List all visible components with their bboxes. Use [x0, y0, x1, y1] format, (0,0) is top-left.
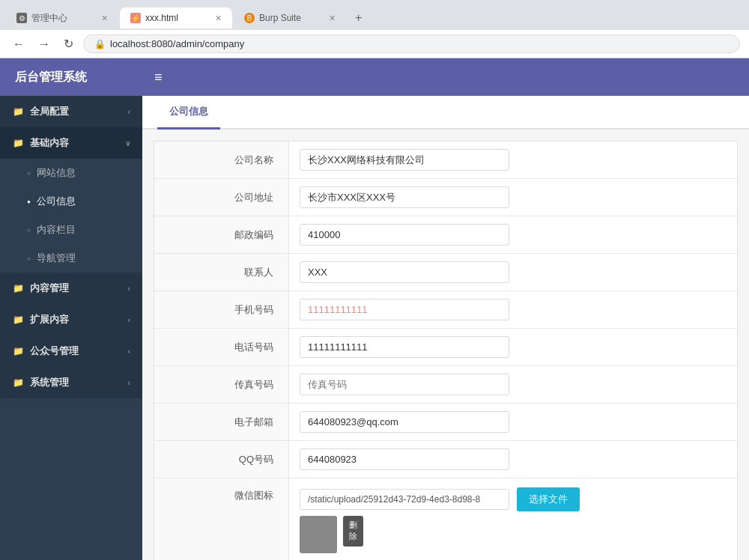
wechat-delete-button[interactable]: 删除: [343, 516, 363, 547]
chevron-wechat: ‹: [128, 347, 130, 356]
input-fax[interactable]: [300, 374, 509, 395]
input-email[interactable]: [300, 411, 509, 433]
value-contact: [289, 254, 737, 290]
menu-toggle-button[interactable]: ≡: [142, 58, 175, 96]
tab-close-xxx[interactable]: ✕: [215, 13, 222, 23]
tab-favicon-admin: ⚙: [16, 13, 27, 23]
tab-close-burp[interactable]: ✕: [329, 13, 336, 23]
input-qq[interactable]: [300, 448, 509, 470]
lock-icon: 🔒: [94, 39, 106, 49]
sidebar-item-wechat-manage[interactable]: 📁 公众号管理 ‹: [0, 335, 142, 367]
sidebar-label-nav-manage: 导航管理: [37, 252, 76, 265]
app-container: 后台管理系统 ≡ 📁 全局配置 ‹ 📁 基础内容 ∨ ○ 网站信息: [0, 58, 749, 560]
browser-window: ⚙ 管理中心 ✕ ⚡ xxx.html ✕ B Burp Suite ✕ + ←…: [0, 0, 749, 560]
tab-close-admin[interactable]: ✕: [101, 13, 108, 23]
content-tab-bar: 公司信息: [142, 96, 749, 130]
value-postal-code: [289, 216, 737, 253]
tab-favicon-burp: B: [244, 13, 255, 23]
input-contact[interactable]: [300, 261, 509, 283]
folder-icon-content: 📁: [12, 283, 24, 293]
sidebar-item-extend-content[interactable]: 📁 扩展内容 ‹: [0, 304, 142, 335]
input-postal-code[interactable]: [300, 224, 509, 246]
sidebar-item-company-info[interactable]: ● 公司信息: [0, 187, 142, 216]
tab-label-burp: Burp Suite: [259, 13, 301, 23]
wechat-select-file-button[interactable]: 选择文件: [517, 487, 580, 511]
company-info-form: 公司名称 公司地址 邮政编码: [154, 141, 738, 560]
tab-admin[interactable]: ⚙ 管理中心 ✕: [6, 7, 118, 30]
tab-favicon-xxx: ⚡: [130, 13, 141, 23]
app-logo: 后台管理系统: [0, 58, 142, 96]
value-phone: [289, 329, 737, 365]
sidebar-label-global-config: 全局配置: [30, 105, 69, 118]
sidebar-label-wechat-manage: 公众号管理: [30, 344, 79, 358]
sidebar-label-content-column: 内容栏目: [37, 223, 76, 237]
input-phone[interactable]: [300, 336, 509, 358]
sidebar-item-site-info[interactable]: ○ 网站信息: [0, 159, 142, 187]
label-email: 电子邮箱: [154, 404, 289, 440]
tab-bar: ⚙ 管理中心 ✕ ⚡ xxx.html ✕ B Burp Suite ✕ +: [0, 0, 749, 30]
sidebar-item-global-config[interactable]: 📁 全局配置 ‹: [0, 96, 142, 127]
label-phone: 电话号码: [154, 329, 289, 365]
sidebar-item-content-manage[interactable]: 📁 内容管理 ‹: [0, 273, 142, 304]
tab-xxx[interactable]: ⚡ xxx.html ✕: [120, 7, 232, 28]
url-text: localhost:8080/admin/company: [110, 38, 244, 49]
folder-icon-system: 📁: [12, 377, 24, 388]
tab-label-xxx: xxx.html: [145, 13, 178, 23]
label-qq: QQ号码: [154, 441, 289, 478]
sidebar-label-company-info: 公司信息: [37, 195, 76, 208]
chevron-system: ‹: [128, 379, 130, 387]
form-row-company-address: 公司地址: [154, 179, 737, 216]
sidebar-label-content-manage: 内容管理: [30, 281, 69, 295]
sidebar-label-basic-content: 基础内容: [30, 136, 69, 150]
reload-button[interactable]: ↻: [60, 35, 77, 52]
value-email: [289, 404, 737, 440]
dot-icon-nav: ○: [27, 255, 31, 262]
value-qq: [289, 441, 737, 478]
sidebar-label-system-manage: 系统管理: [30, 376, 69, 389]
label-postal-code: 邮政编码: [154, 216, 289, 253]
tab-burp[interactable]: B Burp Suite ✕: [234, 7, 346, 28]
sidebar-label-site-info: 网站信息: [37, 166, 76, 180]
value-mobile: [289, 291, 737, 328]
label-wechat-icon: 微信图标: [154, 478, 289, 560]
sidebar-item-basic-content[interactable]: 📁 基础内容 ∨: [0, 127, 142, 159]
form-row-qq: QQ号码: [154, 441, 737, 478]
url-bar[interactable]: 🔒 localhost:8080/admin/company: [83, 34, 740, 53]
folder-icon-global: 📁: [12, 106, 24, 117]
sidebar: 📁 全局配置 ‹ 📁 基础内容 ∨ ○ 网站信息 ● 公司信息: [0, 96, 142, 560]
address-bar: ← → ↻ 🔒 localhost:8080/admin/company: [0, 30, 749, 58]
form-row-email: 电子邮箱: [154, 404, 737, 441]
back-button[interactable]: ←: [9, 36, 28, 52]
form-row-fax: 传真号码: [154, 366, 737, 404]
label-company-address: 公司地址: [154, 179, 289, 216]
folder-icon-basic: 📁: [12, 138, 24, 148]
sidebar-item-system-manage[interactable]: 📁 系统管理 ‹: [0, 367, 142, 398]
folder-icon-extend: 📁: [12, 314, 24, 325]
content-area: 公司信息 公司名称 公司地址: [142, 96, 749, 560]
input-company-address[interactable]: [300, 186, 509, 208]
value-fax: [289, 366, 737, 403]
sidebar-label-extend-content: 扩展内容: [30, 313, 69, 326]
sidebar-item-nav-manage[interactable]: ○ 导航管理: [0, 244, 142, 273]
form-row-contact: 联系人: [154, 254, 737, 291]
input-company-name[interactable]: [300, 149, 509, 171]
sidebar-item-content-column[interactable]: ○ 内容栏目: [0, 216, 142, 244]
tab-company-info[interactable]: 公司信息: [157, 96, 220, 130]
dot-icon-site: ○: [27, 170, 31, 177]
folder-icon-wechat: 📁: [12, 346, 24, 356]
form-row-phone: 电话号码: [154, 329, 737, 366]
input-mobile[interactable]: [300, 299, 509, 320]
forward-button[interactable]: →: [34, 36, 54, 52]
chevron-global: ‹: [128, 108, 130, 116]
wechat-icon-preview: [300, 516, 337, 553]
form-row-wechat-icon: 微信图标 /static/upload/25912d43-72d9-4ed3-8…: [154, 478, 737, 560]
form-row-company-name: 公司名称: [154, 141, 737, 179]
app-header: 后台管理系统 ≡: [0, 58, 749, 96]
chevron-extend: ‹: [128, 316, 130, 324]
value-wechat-icon: /static/upload/25912d43-72d9-4ed3-8d98-8…: [289, 478, 737, 560]
wechat-file-path: /static/upload/25912d43-72d9-4ed3-8d98-8: [300, 489, 509, 510]
label-company-name: 公司名称: [154, 141, 289, 178]
chevron-content: ‹: [128, 284, 130, 293]
new-tab-button[interactable]: +: [348, 6, 369, 30]
label-contact: 联系人: [154, 254, 289, 290]
